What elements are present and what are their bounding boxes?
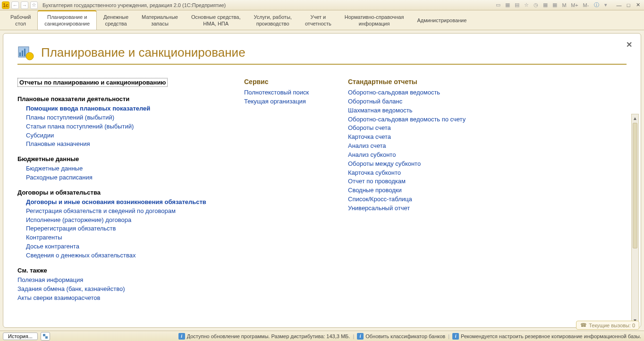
toolbar-calendar-icon[interactable]: ▦ (551, 1, 559, 9)
scroll-up-icon[interactable]: ▲ (632, 114, 638, 122)
status-info-backup[interactable]: i Рекомендуется настроить резервное копи… (452, 333, 641, 340)
link-plan-articles[interactable]: Статьи плана поступлений (выбытий) (26, 122, 216, 131)
link-account-analysis[interactable]: Анализ счета (348, 142, 627, 151)
nav-tab-planning[interactable]: Планирование исанкционирование (37, 10, 97, 30)
svg-rect-1 (19, 52, 21, 56)
toolbar-icon-1[interactable]: ▭ (494, 1, 502, 9)
link-subconto-card[interactable]: Карточка субконто (348, 169, 627, 178)
toolbar-icon-3[interactable]: ▤ (513, 1, 521, 9)
link-contracts-basis[interactable]: Договоры и иные основания возникновения … (26, 198, 216, 207)
link-subsidies[interactable]: Субсидии (26, 131, 216, 140)
planning-icon (17, 44, 34, 61)
statusbar: История... i Доступно обновление програм… (0, 331, 644, 341)
link-plan-assignments[interactable]: Плановые назначения (26, 140, 216, 149)
nav-tab-money[interactable]: Денежныесредства (97, 10, 135, 30)
reports-planning-link[interactable]: Отчеты по планированию и санкционировани… (17, 78, 168, 87)
nav-tab-admin[interactable]: Администрирование (410, 10, 473, 30)
info-icon[interactable]: ⓘ (592, 1, 601, 9)
link-income-plans[interactable]: Планы поступлений (выбытий) (26, 113, 216, 122)
link-reconciliation-acts[interactable]: Акты сверки взаиморасчетов (17, 294, 216, 303)
status-text-backup: Рекомендуется настроить резервное копиро… (461, 333, 641, 339)
link-counterparty-dossier[interactable]: Досье контрагента (26, 242, 216, 251)
section-see-also: См. также (17, 267, 216, 274)
link-universal-report[interactable]: Универсальный отчет (348, 204, 627, 213)
info-icon: i (452, 333, 459, 340)
current-calls-bubble: ☎ Текущие вызовы: 0 (576, 321, 639, 330)
link-account-card[interactable]: Карточка счета (348, 133, 627, 142)
link-subconto-analysis[interactable]: Анализ субконто (348, 151, 627, 160)
link-turnover-balance2[interactable]: Оборотный баланс (348, 97, 627, 106)
m-button[interactable]: M (560, 1, 568, 9)
svg-rect-2 (22, 51, 23, 56)
link-budget-data[interactable]: Бюджетные данные (26, 164, 216, 173)
minimize-button[interactable]: — (615, 1, 623, 9)
toolbar-calc-icon[interactable]: ▦ (541, 1, 550, 9)
nav-tab-reference[interactable]: Нормативно-справочнаяинформация (338, 10, 411, 30)
nav-tab-materials[interactable]: Материальныезапасы (135, 10, 185, 30)
info-icon: i (357, 333, 364, 340)
titlebar: 1c ← → ☆ Бухгалтерия государственного уч… (0, 0, 644, 10)
link-posting-report[interactable]: Отчет по проводкам (348, 177, 627, 186)
window-title: Бухгалтерия государственного учреждения,… (42, 2, 226, 8)
link-contract-execution[interactable]: Исполнение (расторжение) договора (26, 216, 216, 225)
link-account-turnovers[interactable]: Обороты счета (348, 124, 627, 133)
link-chess-sheet[interactable]: Шахматная ведомость (348, 106, 627, 115)
favorite-icon[interactable]: ☆ (30, 1, 38, 9)
link-money-obligations[interactable]: Сведения о денежных обязательствах (26, 251, 216, 260)
link-exchange-tasks[interactable]: Задания обмена (банк, казначейство) (17, 285, 216, 294)
link-reregister-obligations[interactable]: Перерегистрация обязательств (26, 224, 216, 233)
link-register-obligations[interactable]: Регистрация обязательств и сведений по д… (26, 207, 216, 216)
status-info-banks[interactable]: i Обновить классификатор банков (357, 333, 445, 340)
forward-icon[interactable]: → (21, 1, 28, 9)
link-plan-helper[interactable]: Помощник ввода плановых показателей (26, 104, 216, 113)
svg-rect-3 (24, 49, 25, 56)
link-list-cross-table[interactable]: Список/Кросс-таблица (348, 195, 627, 204)
nav-tab-desktop[interactable]: Рабочийстол (4, 10, 37, 30)
column-main: Отчеты по планированию и санкционировани… (17, 78, 216, 313)
calls-label: Текущие вызовы: 0 (589, 323, 635, 328)
section-plan-indicators: Плановые показатели деятельности (17, 95, 216, 102)
nav-tab-services[interactable]: Услуги, работы,производство (247, 10, 298, 30)
svg-point-4 (26, 52, 34, 60)
logo-1c-icon: 1c (2, 1, 9, 9)
history-button[interactable]: История... (3, 332, 38, 340)
link-turnover-balance[interactable]: Оборотно-сальдовая ведомость (348, 88, 627, 97)
link-expense-schedule[interactable]: Расходные расписания (26, 173, 216, 182)
dropdown-icon[interactable]: ▾ (602, 1, 610, 9)
main-nav: Рабочийстол Планирование исанкционирован… (0, 10, 644, 30)
link-turnovers-between-subconto[interactable]: Обороты между субконто (348, 160, 627, 169)
toolbar-clock-icon[interactable]: ◷ (532, 1, 540, 9)
m-plus-button[interactable]: M+ (569, 1, 580, 9)
workspace: ✕ Планирование и санкционирование Отчеты… (0, 30, 644, 331)
nav-tab-accounting[interactable]: Учет иотчетность (298, 10, 338, 30)
link-counterparties[interactable]: Контрагенты (26, 233, 216, 242)
link-fulltext-search[interactable]: Полнотекстовый поиск (244, 88, 320, 97)
panel-close-button[interactable]: ✕ (626, 40, 632, 49)
main-panel: ✕ Планирование и санкционирование Отчеты… (3, 33, 641, 328)
link-current-org[interactable]: Текущая организация (244, 97, 320, 106)
link-useful-info[interactable]: Полезная информация (17, 276, 216, 285)
section-contracts: Договоры и обязательства (17, 189, 216, 196)
column-service: Сервис Полнотекстовый поиск Текущая орга… (244, 78, 320, 313)
status-info-update[interactable]: i Доступно обновление программы. Размер … (178, 333, 350, 340)
heading-standard-reports: Стандартные отчеты (348, 78, 627, 85)
svg-rect-5 (43, 334, 45, 336)
close-window-button[interactable]: ✕ (634, 1, 642, 9)
windows-list-button[interactable] (41, 332, 50, 341)
status-text-banks: Обновить классификатор банков (365, 333, 445, 339)
toolbar-star-icon[interactable]: ☆ (522, 1, 531, 9)
section-budget-data: Бюджетные данные (17, 155, 216, 162)
maximize-button[interactable]: □ (624, 1, 633, 9)
link-summary-postings[interactable]: Сводные проводки (348, 186, 627, 195)
scroll-thumb[interactable] (633, 123, 637, 248)
info-icon: i (178, 333, 185, 340)
vertical-scrollbar[interactable]: ▲ ▼ (631, 114, 639, 324)
heading-service: Сервис (244, 78, 320, 85)
column-reports: Стандартные отчеты Оборотно-сальдовая ве… (348, 78, 627, 313)
nav-tab-assets[interactable]: Основные средства,НМА, НПА (185, 10, 247, 30)
back-icon[interactable]: ← (11, 1, 19, 9)
page-title: Планирование и санкционирование (41, 45, 246, 60)
toolbar-icon-2[interactable]: ▦ (503, 1, 512, 9)
m-minus-button[interactable]: M- (581, 1, 591, 9)
link-turnover-by-account[interactable]: Оборотно-сальдовая ведомость по счету (348, 115, 627, 124)
